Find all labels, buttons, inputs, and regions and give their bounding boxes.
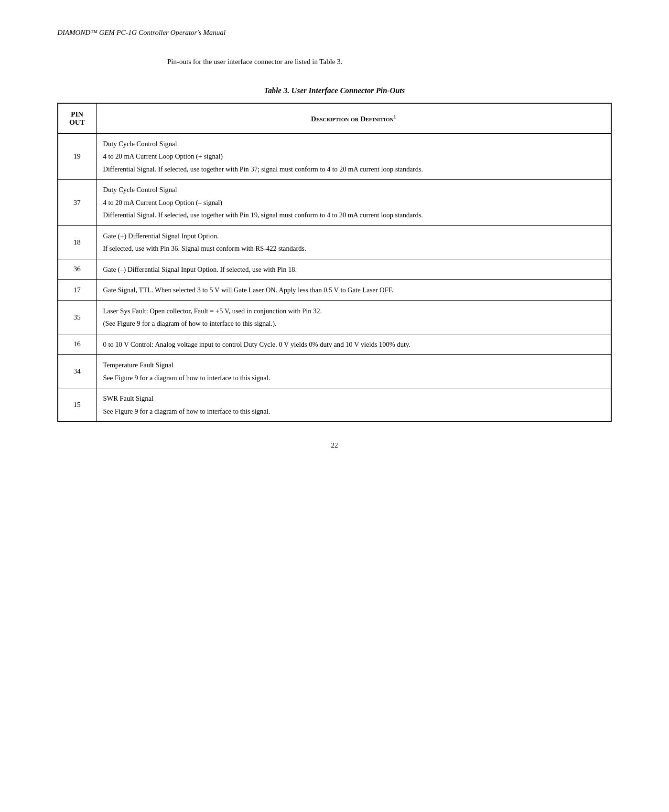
pin-number: 35 (58, 300, 96, 334)
description-line: 4 to 20 mA Current Loop Option (+ signal… (103, 151, 604, 161)
col-header-pin: Pin Out (58, 103, 96, 134)
table-row: 160 to 10 V Control: Analog voltage inpu… (58, 334, 611, 354)
description-line: Laser Sys Fault: Open collector, Fault =… (103, 306, 604, 316)
description-line: Gate (–) Differential Signal Input Optio… (103, 264, 604, 275)
pin-number: 34 (58, 355, 96, 388)
pin-number: 15 (58, 388, 96, 422)
pin-number: 36 (58, 259, 96, 279)
table-row: 36Gate (–) Differential Signal Input Opt… (58, 259, 611, 279)
description-line: See Figure 9 for a diagram of how to int… (103, 406, 604, 417)
pin-number: 19 (58, 134, 96, 180)
pin-description: Laser Sys Fault: Open collector, Fault =… (96, 300, 611, 334)
table-row: 18Gate (+) Differential Signal Input Opt… (58, 225, 611, 259)
description-line: 0 to 10 V Control: Analog voltage input … (103, 339, 604, 350)
table-row: 15SWR Fault SignalSee Figure 9 for a dia… (58, 388, 611, 422)
description-line: Differential Signal. If selected, use to… (103, 210, 604, 220)
table-row: 34Temperature Fault SignalSee Figure 9 f… (58, 355, 611, 388)
page-footer: 22 (57, 441, 612, 449)
pin-description: Gate Signal, TTL. When selected 3 to 5 V… (96, 280, 611, 300)
table-row: 35Laser Sys Fault: Open collector, Fault… (58, 300, 611, 334)
table-row: 37Duty Cycle Control Signal4 to 20 mA Cu… (58, 180, 611, 225)
pin-description: Gate (+) Differential Signal Input Optio… (96, 225, 611, 259)
table-row: 17Gate Signal, TTL. When selected 3 to 5… (58, 280, 611, 300)
superscript-1: 1 (394, 114, 396, 119)
page-header: DIAMOND™ GEM PC-1G Controller Operator's… (57, 29, 612, 37)
description-line: Duty Cycle Control Signal (103, 184, 604, 195)
description-line: 4 to 20 mA Current Loop Option (– signal… (103, 197, 604, 208)
intro-paragraph: Pin-outs for the user interface connecto… (167, 56, 502, 67)
pin-outs-table: Pin Out Description or Definition1 19Dut… (57, 103, 612, 422)
description-line: See Figure 9 for a diagram of how to int… (103, 373, 604, 383)
pin-description: Gate (–) Differential Signal Input Optio… (96, 259, 611, 279)
description-line: Temperature Fault Signal (103, 360, 604, 370)
description-line: If selected, use with Pin 36. Signal mus… (103, 243, 604, 254)
pin-description: SWR Fault SignalSee Figure 9 for a diagr… (96, 388, 611, 422)
description-line: Gate Signal, TTL. When selected 3 to 5 V… (103, 285, 604, 295)
description-line: Duty Cycle Control Signal (103, 139, 604, 149)
header-title: DIAMOND™ GEM PC-1G Controller Operator's… (57, 29, 226, 36)
table-title: Table 3. User Interface Connector Pin-Ou… (57, 86, 612, 95)
col-pin-label: Pin Out (69, 110, 85, 126)
pin-description: Duty Cycle Control Signal4 to 20 mA Curr… (96, 134, 611, 180)
pin-number: 18 (58, 225, 96, 259)
col-desc-label: Description or Definition (311, 115, 394, 123)
intro-text: Pin-outs for the user interface connecto… (167, 58, 342, 65)
pin-number: 17 (58, 280, 96, 300)
table-row: 19Duty Cycle Control Signal4 to 20 mA Cu… (58, 134, 611, 180)
pin-number: 16 (58, 334, 96, 354)
pin-description: Duty Cycle Control Signal4 to 20 mA Curr… (96, 180, 611, 225)
description-line: Gate (+) Differential Signal Input Optio… (103, 231, 604, 241)
page-number: 22 (331, 441, 338, 449)
pin-description: 0 to 10 V Control: Analog voltage input … (96, 334, 611, 354)
pin-number: 37 (58, 180, 96, 225)
description-line: SWR Fault Signal (103, 393, 604, 404)
pin-description: Temperature Fault SignalSee Figure 9 for… (96, 355, 611, 388)
description-line: Differential Signal. If selected, use to… (103, 164, 604, 174)
description-line: (See Figure 9 for a diagram of how to in… (103, 318, 604, 329)
col-header-desc: Description or Definition1 (96, 103, 611, 134)
